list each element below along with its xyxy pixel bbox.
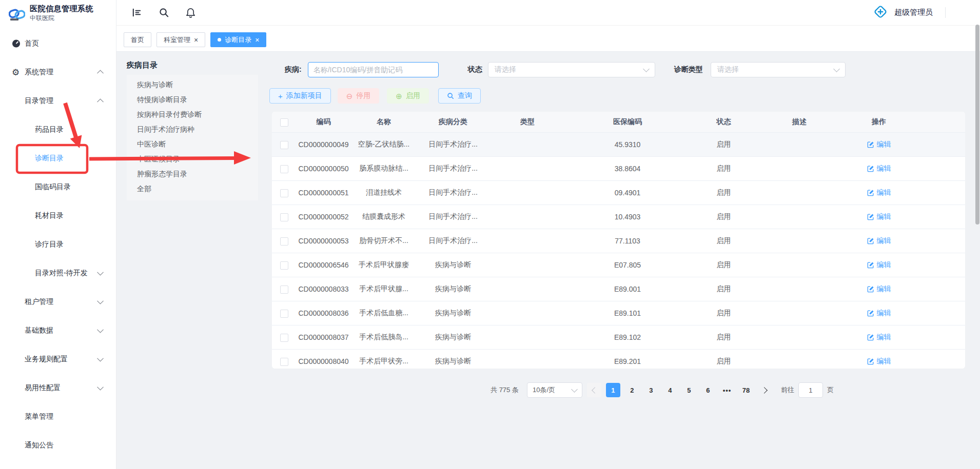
sidebar-item-system-mgmt[interactable]: ⚙ 系统管理: [0, 58, 116, 87]
page-button-4[interactable]: 4: [663, 383, 677, 397]
page-button-2[interactable]: 2: [625, 383, 639, 397]
cell-code: CD0000008033: [297, 285, 350, 293]
page-button-6[interactable]: 6: [701, 383, 715, 397]
row-checkbox[interactable]: [280, 141, 288, 149]
sidebar-item-catalog-mgmt[interactable]: 目录管理: [0, 87, 116, 115]
chevron-up-icon: [97, 70, 104, 76]
sidebar-item-business-rules[interactable]: 业务规则配置: [0, 345, 116, 374]
chevron-down-icon: [97, 269, 104, 276]
catalog-item-disease-diagnosis[interactable]: 疾病与诊断: [127, 77, 258, 92]
catalog-item-tcm-diagnosis[interactable]: 中医诊断: [127, 137, 258, 152]
sidebar-item-base-data[interactable]: 基础数据: [0, 316, 116, 345]
row-checkbox[interactable]: [280, 286, 288, 294]
cell-insurance-code: 77.1103: [566, 237, 689, 245]
disable-button[interactable]: ⊖ 停用: [338, 88, 380, 104]
edit-label: 编辑: [877, 236, 891, 246]
edit-label: 编辑: [877, 164, 891, 173]
add-item-button[interactable]: + 添加新项目: [269, 88, 331, 104]
edit-label: 编辑: [877, 333, 891, 342]
cell-insurance-code: E89.201: [566, 357, 689, 365]
sidebar-item-home[interactable]: 首页: [0, 29, 116, 58]
row-checkbox[interactable]: [280, 237, 288, 246]
more-pages-icon[interactable]: •••: [720, 383, 734, 397]
table-row: CD0000000053 肋骨切开术不... 日间手术治疗... 77.1103…: [272, 229, 965, 253]
disease-search-input[interactable]: [308, 62, 439, 77]
sidebar-item-treatment-catalog[interactable]: 诊疗目录: [0, 230, 116, 259]
cell-status: 启用: [689, 236, 758, 246]
active-dot-icon: [218, 38, 221, 42]
cell-name: 手术后甲状旁...: [350, 357, 417, 366]
sidebar-item-menu-mgmt[interactable]: 菜单管理: [0, 402, 116, 431]
close-icon[interactable]: ×: [255, 36, 259, 44]
col-description: 描述: [758, 117, 840, 127]
edit-button[interactable]: 编辑: [867, 284, 891, 294]
cell-insurance-code: E89.101: [566, 309, 689, 317]
edit-button[interactable]: 编辑: [867, 357, 891, 366]
query-button[interactable]: 查询: [438, 88, 481, 104]
catalog-item-day-surgery[interactable]: 日间手术治疗病种: [127, 122, 258, 137]
sidebar-item-drug-catalog[interactable]: 药品目录: [0, 115, 116, 144]
bell-icon[interactable]: [186, 7, 195, 18]
tab-department-mgmt[interactable]: 科室管理 ×: [156, 32, 205, 47]
cell-category: 疾病与诊断: [417, 357, 489, 366]
edit-button[interactable]: 编辑: [867, 333, 891, 342]
tab-home[interactable]: 首页: [124, 32, 151, 47]
row-checkbox[interactable]: [280, 334, 288, 342]
cell-category: 日间手术治疗...: [417, 140, 489, 149]
sidebar-item-diagnosis-catalog[interactable]: 诊断目录: [0, 144, 116, 173]
goto-page-input[interactable]: [798, 382, 823, 398]
page-button-3[interactable]: 3: [644, 383, 658, 397]
row-checkbox[interactable]: [280, 261, 288, 270]
col-category: 疾病分类: [417, 117, 489, 127]
catalog-item-tcm-syndrome[interactable]: 中医证候目录: [127, 152, 258, 167]
sidebar-item-usability-config[interactable]: 易用性配置: [0, 374, 116, 402]
collapse-sidebar-icon[interactable]: [131, 7, 142, 18]
catalog-item-tumor-morphology[interactable]: 肿瘤形态学目录: [127, 167, 258, 181]
catalog-item-special-chronic[interactable]: 特慢病诊断目录: [127, 92, 258, 107]
edit-button[interactable]: 编辑: [867, 212, 891, 221]
table-row: CD0000008040 手术后甲状旁... 疾病与诊断 E89.201 启用 …: [272, 350, 965, 369]
prev-page-button[interactable]: [587, 383, 601, 397]
row-checkbox[interactable]: [280, 358, 288, 366]
tab-diagnosis-catalog[interactable]: 诊断目录 ×: [210, 32, 266, 47]
page-button-1[interactable]: 1: [606, 383, 620, 397]
search-icon[interactable]: [159, 7, 169, 18]
chevron-right-icon: [761, 387, 768, 394]
cell-insurance-code: E07.805: [566, 261, 689, 269]
close-icon[interactable]: ×: [194, 36, 198, 44]
table-row: CD0000000050 肠系膜动脉结... 日间手术治疗... 38.8604…: [272, 157, 965, 181]
diagnosis-type-select[interactable]: 请选择: [711, 62, 846, 77]
edit-button[interactable]: 编辑: [867, 309, 891, 318]
sidebar-item-consumables-catalog[interactable]: 耗材目录: [0, 201, 116, 230]
col-name: 名称: [350, 117, 417, 127]
user-menu[interactable]: 超级管理员: [872, 0, 933, 25]
next-page-button[interactable]: [758, 383, 772, 397]
row-checkbox[interactable]: [280, 189, 288, 197]
page-button-5[interactable]: 5: [682, 383, 696, 397]
sidebar-item-notice[interactable]: 通知公告: [0, 431, 116, 460]
sidebar-item-catalog-compare[interactable]: 目录对照-待开发: [0, 259, 116, 288]
sidebar-item-tenant-mgmt[interactable]: 租户管理: [0, 288, 116, 316]
edit-button[interactable]: 编辑: [867, 188, 891, 197]
catalog-item-per-disease-payment[interactable]: 按病种目录付费诊断: [127, 107, 258, 122]
chevron-left-icon: [592, 387, 598, 394]
row-checkbox[interactable]: [280, 165, 288, 173]
cell-insurance-code: E89.001: [566, 285, 689, 293]
select-all-checkbox[interactable]: [280, 118, 288, 127]
sidebar-item-national-code-catalog[interactable]: 国临码目录: [0, 173, 116, 201]
edit-button[interactable]: 编辑: [867, 140, 891, 149]
status-select[interactable]: 请选择: [488, 62, 655, 77]
enable-button[interactable]: ⊕ 启用: [387, 88, 429, 104]
catalog-item-all[interactable]: 全部: [127, 181, 258, 196]
goto-unit: 页: [827, 385, 834, 395]
edit-button[interactable]: 编辑: [867, 236, 891, 246]
edit-button[interactable]: 编辑: [867, 164, 891, 173]
table-body: CD0000000049 空肠-乙状结肠... 日间手术治疗... 45.931…: [272, 133, 965, 369]
page-button-78[interactable]: 78: [739, 383, 753, 397]
cell-code: CD0000006546: [297, 261, 350, 269]
row-checkbox[interactable]: [280, 310, 288, 318]
edit-button[interactable]: 编辑: [867, 260, 891, 270]
page-size-select[interactable]: 10条/页: [527, 382, 582, 398]
row-checkbox[interactable]: [280, 213, 288, 221]
scrollbar-thumb[interactable]: [975, 25, 979, 225]
